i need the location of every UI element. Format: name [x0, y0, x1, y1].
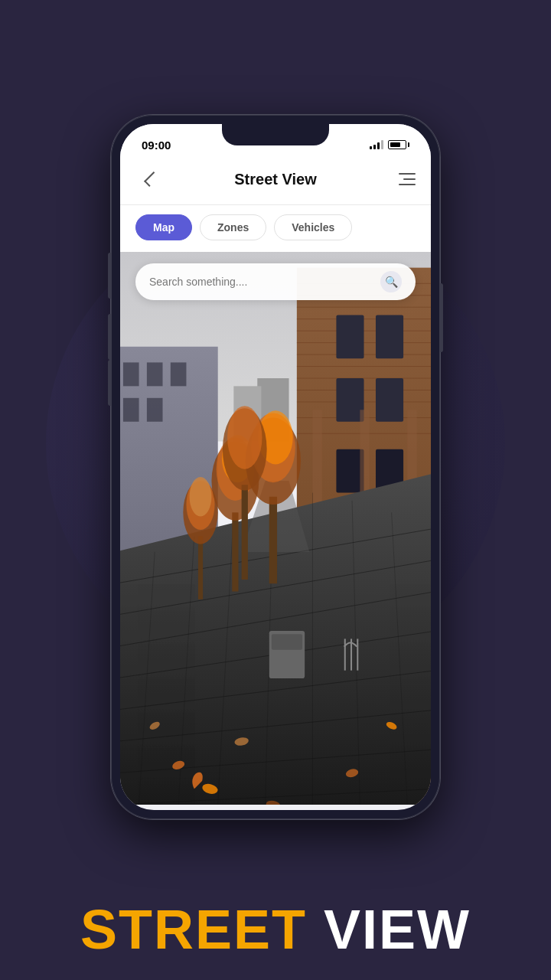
title-word1: STREET: [80, 899, 307, 960]
svg-rect-30: [123, 398, 139, 422]
phone-screen: 09:00 Street: [120, 124, 431, 810]
svg-rect-57: [269, 497, 277, 583]
menu-button[interactable]: [388, 165, 416, 193]
phone-mockup: 09:00 Street: [111, 115, 440, 819]
svg-rect-17: [336, 315, 364, 359]
svg-rect-53: [232, 512, 238, 591]
svg-rect-72: [272, 634, 302, 650]
svg-rect-20: [376, 378, 403, 422]
svg-rect-27: [123, 362, 139, 386]
svg-rect-18: [376, 315, 403, 359]
svg-rect-49: [198, 536, 203, 599]
tab-vehicles[interactable]: Vehicles: [274, 214, 352, 240]
title-word2: VIEW: [307, 899, 471, 960]
menu-line-icon: [399, 184, 416, 185]
svg-rect-29: [171, 362, 187, 386]
search-button[interactable]: 🔍: [380, 271, 402, 292]
back-button[interactable]: [135, 165, 163, 193]
svg-point-63: [227, 406, 262, 469]
svg-rect-75: [357, 639, 358, 670]
menu-line-icon: [399, 173, 416, 175]
svg-rect-61: [242, 485, 248, 580]
svg-rect-73: [344, 639, 346, 670]
menu-line-icon: [403, 178, 416, 180]
search-input-container[interactable]: 🔍: [135, 263, 416, 300]
app-header: Street View: [120, 158, 431, 205]
svg-rect-19: [336, 378, 364, 422]
tab-zones[interactable]: Zones: [200, 214, 266, 240]
phone-notch: [222, 124, 329, 145]
bottom-title: STREET VIEW: [0, 902, 551, 957]
svg-rect-31: [147, 398, 163, 422]
phone-frame: 09:00 Street: [111, 115, 440, 819]
status-icons: [370, 140, 409, 149]
back-chevron-icon: [144, 172, 159, 187]
page-title: Street View: [234, 171, 316, 188]
map-area[interactable]: 🔍: [120, 252, 431, 805]
svg-point-52: [190, 477, 212, 517]
search-bar: 🔍: [135, 263, 416, 300]
search-icon: 🔍: [385, 276, 398, 288]
search-input[interactable]: [149, 276, 380, 288]
tab-map[interactable]: Map: [135, 214, 192, 240]
status-time: 09:00: [142, 139, 171, 152]
street-scene: [120, 252, 431, 805]
tabs-bar: Map Zones Vehicles: [120, 205, 431, 252]
battery-icon: [388, 140, 409, 149]
signal-icon: [370, 140, 383, 149]
svg-rect-28: [147, 362, 163, 386]
svg-rect-21: [336, 449, 364, 493]
